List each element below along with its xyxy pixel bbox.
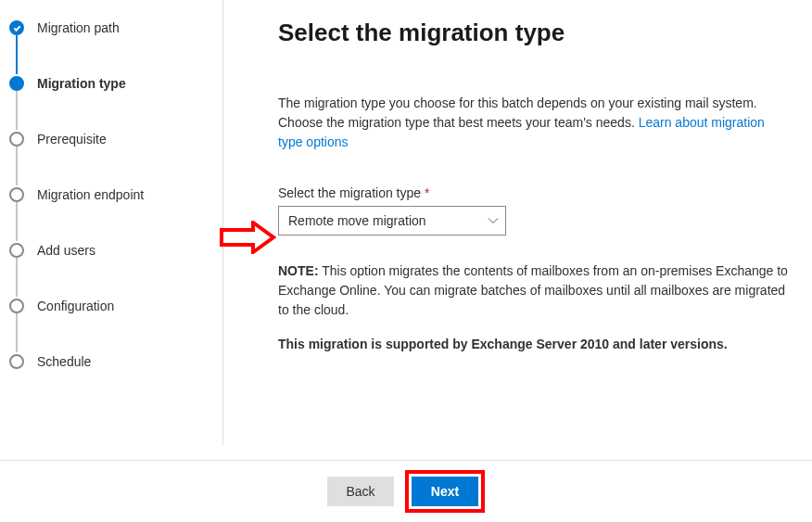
step-completed-icon — [9, 20, 24, 35]
step-label: Schedule — [37, 354, 91, 369]
step-add-users[interactable]: Add users — [9, 241, 213, 260]
step-pending-icon — [9, 132, 24, 146]
step-label: Add users — [37, 243, 95, 258]
step-label: Prerequisite — [37, 132, 107, 146]
main-content: Select the migration type The migration … — [278, 19, 790, 354]
annotation-highlight-box: Next — [405, 470, 485, 513]
step-schedule[interactable]: Schedule — [9, 352, 213, 371]
step-migration-path[interactable]: Migration path — [9, 19, 213, 37]
step-connector — [16, 91, 18, 130]
step-configuration[interactable]: Configuration — [9, 297, 213, 315]
wizard-steps-sidebar: Migration path Migration type Prerequisi… — [9, 19, 213, 371]
required-mark: * — [425, 185, 429, 200]
page-title: Select the migration type — [278, 19, 790, 47]
select-value[interactable]: Remote move migration — [278, 206, 506, 236]
step-pending-icon — [9, 299, 24, 313]
step-current-icon — [9, 76, 24, 91]
step-label: Migration endpoint — [37, 187, 144, 202]
step-migration-type[interactable]: Migration type — [9, 74, 213, 93]
step-label: Migration type — [37, 76, 126, 91]
step-prerequisite[interactable]: Prerequisite — [9, 130, 213, 148]
step-connector — [16, 202, 18, 241]
step-pending-icon — [9, 243, 24, 258]
migration-type-select[interactable]: Remote move migration — [278, 206, 506, 236]
footer: Back Next — [0, 461, 812, 522]
step-connector — [16, 146, 18, 185]
step-migration-endpoint[interactable]: Migration endpoint — [9, 185, 213, 204]
note-label: NOTE: — [278, 263, 319, 278]
note-block: NOTE: This option migrates the contents … — [278, 261, 790, 320]
select-label: Select the migration type * — [278, 185, 790, 200]
step-connector — [16, 313, 18, 352]
annotation-arrow-icon — [220, 221, 277, 254]
step-label: Migration path — [37, 20, 120, 35]
support-text: This migration is supported by Exchange … — [278, 335, 790, 354]
step-pending-icon — [9, 187, 24, 202]
step-label: Configuration — [37, 299, 114, 313]
step-connector — [16, 35, 18, 74]
note-text: This option migrates the contents of mai… — [278, 263, 788, 317]
step-pending-icon — [9, 354, 24, 369]
step-connector — [16, 258, 18, 297]
back-button[interactable]: Back — [327, 477, 394, 506]
description: The migration type you choose for this b… — [278, 94, 790, 152]
vertical-divider — [222, 0, 223, 445]
next-button[interactable]: Next — [412, 477, 478, 506]
